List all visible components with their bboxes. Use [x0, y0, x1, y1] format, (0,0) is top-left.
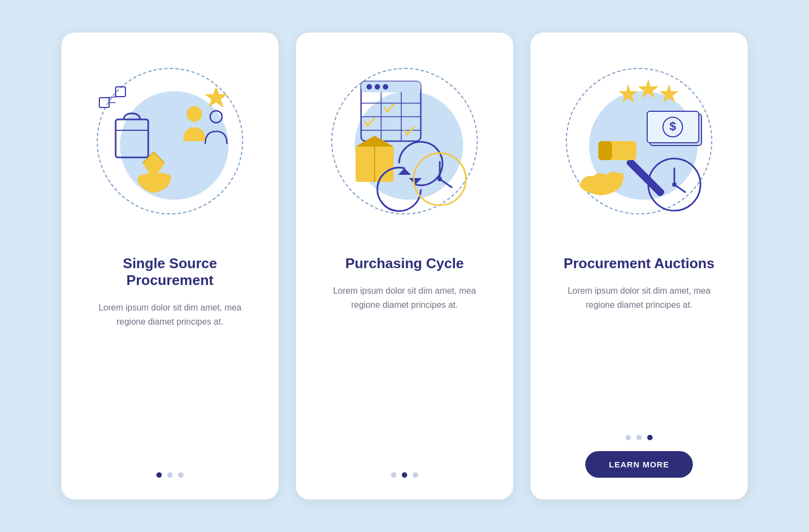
card-3-dots	[625, 426, 653, 440]
svg-rect-5	[99, 98, 109, 107]
svg-marker-23	[398, 168, 411, 175]
svg-line-27	[440, 179, 452, 187]
card-single-source: Single Source Procurement Lorem ipsum do…	[61, 33, 279, 499]
card-1-illustration	[61, 33, 279, 250]
card-3-content: Procurement Auctions Lorem ipsum dolor s…	[530, 255, 748, 478]
learn-more-button[interactable]: LEARN MORE	[585, 451, 693, 478]
svg-rect-6	[116, 87, 125, 97]
card-2-description: Lorem ipsum dolor sit dim amet, mea regi…	[318, 284, 491, 312]
dot-2-active	[402, 472, 407, 478]
svg-point-11	[366, 84, 372, 90]
card-3-illustration: $	[530, 33, 748, 250]
card-2-dots	[391, 464, 418, 478]
svg-point-2	[187, 106, 202, 122]
card-2-title: Purchasing Cycle	[345, 255, 464, 272]
illustration-single-source	[83, 54, 257, 228]
dot-1-inactive-2	[178, 472, 184, 478]
dot-3-inactive-2	[636, 435, 642, 440]
svg-point-12	[375, 84, 380, 90]
dot-3-active	[647, 435, 653, 440]
svg-rect-0	[116, 119, 148, 157]
card-1-description: Lorem ipsum dolor sit dim amet, mea regi…	[83, 301, 257, 328]
svg-line-8	[104, 97, 121, 98]
dot-1-active	[156, 472, 162, 478]
illustration-purchasing-cycle	[318, 54, 491, 228]
svg-rect-33	[598, 141, 612, 160]
svg-marker-22	[409, 178, 422, 185]
svg-marker-30	[659, 84, 679, 103]
card-1-title: Single Source Procurement	[83, 255, 257, 289]
card-1-content: Single Source Procurement Lorem ipsum do…	[61, 255, 279, 478]
dot-2-inactive-2	[413, 472, 418, 478]
card-3-title: Procurement Auctions	[564, 255, 715, 272]
dot-3-inactive-1	[625, 435, 631, 440]
card-2-content: Purchasing Cycle Lorem ipsum dolor sit d…	[296, 255, 513, 478]
illustration-procurement-auctions: $	[552, 54, 726, 228]
svg-point-13	[383, 84, 388, 90]
svg-marker-28	[618, 84, 638, 103]
svg-line-41	[674, 185, 685, 192]
card-purchasing-cycle: Purchasing Cycle Lorem ipsum dolor sit d…	[296, 33, 513, 499]
dot-2-inactive-1	[391, 472, 396, 478]
card-3-description: Lorem ipsum dolor sit dim amet, mea regi…	[552, 284, 726, 312]
cards-container: Single Source Procurement Lorem ipsum do…	[61, 33, 748, 499]
card-procurement-auctions: $ Procurement Auctions Lorem ipsum dolor…	[530, 33, 748, 499]
dot-1-inactive-1	[167, 472, 173, 478]
card-1-dots	[156, 464, 184, 478]
svg-point-3	[210, 111, 222, 123]
svg-marker-4	[205, 87, 227, 107]
svg-marker-29	[638, 79, 659, 98]
card-2-illustration	[296, 33, 513, 250]
svg-text:$: $	[669, 119, 676, 133]
